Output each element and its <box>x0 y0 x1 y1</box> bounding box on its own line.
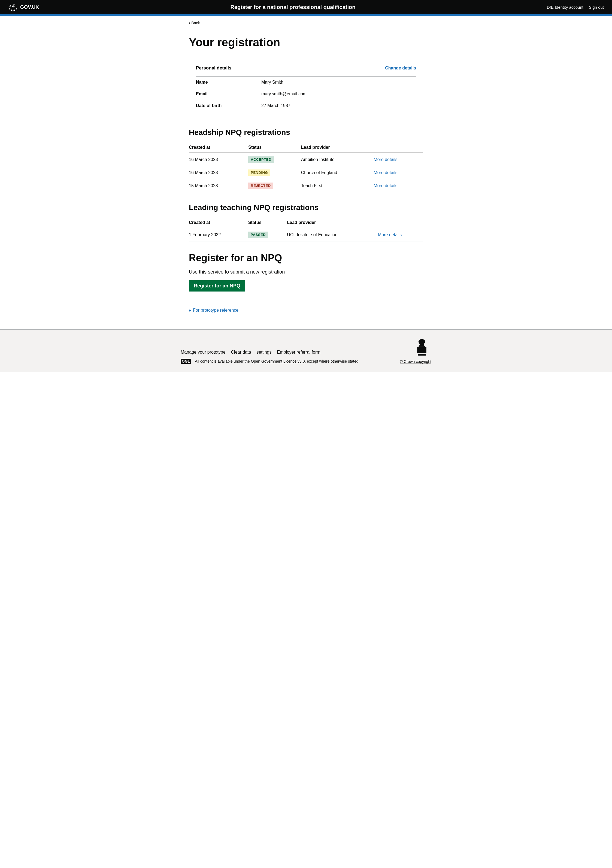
leading-teaching-table: Created at Status Lead provider 1 Februa… <box>189 217 423 241</box>
leading-col-provider: Lead provider <box>287 217 378 228</box>
gov-uk-text: GOV.UK <box>20 5 39 10</box>
created-at: 15 March 2023 <box>189 179 248 192</box>
headship-col-action <box>373 142 423 153</box>
footer-licence-text: All content is available under the Open … <box>195 359 358 363</box>
detail-row-dob: Date of birth 27 March 1987 <box>196 100 416 112</box>
personal-details-title: Personal details <box>196 65 231 71</box>
detail-row-email: Email mary.smith@email.com <box>196 88 416 100</box>
svg-point-2 <box>418 341 420 343</box>
svg-point-3 <box>424 341 425 343</box>
licence-link[interactable]: Open Government Licence v3.0 <box>251 359 305 363</box>
header-title: Register for a national professional qua… <box>231 4 356 10</box>
created-at: 16 March 2023 <box>189 166 248 179</box>
status-cell: PENDING <box>248 166 301 179</box>
created-at: 1 February 2022 <box>189 228 248 241</box>
svg-point-1 <box>421 340 423 342</box>
status-badge: ACCEPTED <box>248 157 274 163</box>
back-link[interactable]: Back <box>189 20 200 25</box>
more-details-link[interactable]: More details <box>378 232 402 237</box>
more-details-cell: More details <box>373 166 423 179</box>
value-name: Mary Smith <box>261 80 284 85</box>
headship-col-created: Created at <box>189 142 248 153</box>
headship-table: Created at Status Lead provider 16 March… <box>189 142 423 192</box>
footer-link-clear-data[interactable]: Clear data <box>231 350 251 355</box>
site-footer: Manage your prototype Clear data setting… <box>0 329 612 372</box>
crown-crest-icon <box>412 338 431 357</box>
prototype-summary[interactable]: For prototype reference <box>189 308 423 313</box>
footer-links: Manage your prototype Clear data setting… <box>181 350 400 355</box>
value-email: mary.smith@email.com <box>261 91 307 96</box>
ogl-logo: OGL <box>181 359 191 364</box>
more-details-cell: More details <box>373 179 423 192</box>
status-cell: ACCEPTED <box>248 153 301 166</box>
more-details-cell: More details <box>373 153 423 166</box>
table-row: 16 March 2023 PENDING Church of England … <box>189 166 423 179</box>
headship-col-status: Status <box>248 142 301 153</box>
detail-row-name: Name Mary Smith <box>196 76 416 88</box>
status-cell: PASSED <box>248 228 287 241</box>
crown-copyright-link[interactable]: © Crown copyright <box>400 360 431 364</box>
label-name: Name <box>196 80 261 85</box>
change-details-link[interactable]: Change details <box>385 66 416 71</box>
more-details-link[interactable]: More details <box>373 170 397 175</box>
created-at: 16 March 2023 <box>189 153 248 166</box>
provider: Teach First <box>301 179 374 192</box>
label-email: Email <box>196 91 261 96</box>
status-badge: PENDING <box>248 169 270 176</box>
table-row: 15 March 2023 REJECTED Teach First More … <box>189 179 423 192</box>
headship-section-heading: Headship NPQ registrations <box>189 128 423 137</box>
label-dob: Date of birth <box>196 103 261 108</box>
leading-col-created: Created at <box>189 217 248 228</box>
footer-link-settings[interactable]: settings <box>256 350 271 355</box>
value-dob: 27 March 1987 <box>261 103 290 108</box>
provider: UCL Institute of Education <box>287 228 378 241</box>
sign-out-link[interactable]: Sign out <box>589 5 604 9</box>
blue-bar <box>0 14 612 16</box>
provider: Church of England <box>301 166 374 179</box>
provider: Ambition Institute <box>301 153 374 166</box>
register-npq-section: Register for an NPQ Use this service to … <box>189 252 423 297</box>
site-header: GOV.UK Register for a national professio… <box>0 0 612 14</box>
status-cell: REJECTED <box>248 179 301 192</box>
prototype-reference-section: For prototype reference <box>189 308 423 313</box>
footer-link-employer-referral[interactable]: Employer referral form <box>277 350 321 355</box>
dfe-identity-link[interactable]: DfE Identity account <box>547 5 583 9</box>
more-details-cell: More details <box>378 228 423 241</box>
more-details-link[interactable]: More details <box>373 183 397 188</box>
status-badge: REJECTED <box>248 183 273 189</box>
table-row: 1 February 2022 PASSED UCL Institute of … <box>189 228 423 241</box>
personal-details-card: Personal details Change details Name Mar… <box>189 60 423 117</box>
register-npq-description: Use this service to submit a new registr… <box>189 269 423 275</box>
more-details-link[interactable]: More details <box>373 157 397 162</box>
status-badge: PASSED <box>248 232 268 238</box>
footer-link-manage-prototype[interactable]: Manage your prototype <box>181 350 226 355</box>
leading-teaching-section-heading: Leading teaching NPQ registrations <box>189 203 423 212</box>
register-npq-heading: Register for an NPQ <box>189 252 423 264</box>
crown-icon <box>8 3 18 11</box>
crown-copyright: © Crown copyright <box>400 360 431 364</box>
gov-uk-logo[interactable]: GOV.UK <box>8 3 39 11</box>
headship-col-provider: Lead provider <box>301 142 374 153</box>
page-title: Your registration <box>189 36 423 49</box>
register-npq-button[interactable]: Register for an NPQ <box>189 281 245 291</box>
table-row: 16 March 2023 ACCEPTED Ambition Institut… <box>189 153 423 166</box>
prototype-details[interactable]: For prototype reference <box>189 308 423 313</box>
footer-right: © Crown copyright <box>400 338 431 364</box>
leading-col-action <box>378 217 423 228</box>
leading-col-status: Status <box>248 217 287 228</box>
